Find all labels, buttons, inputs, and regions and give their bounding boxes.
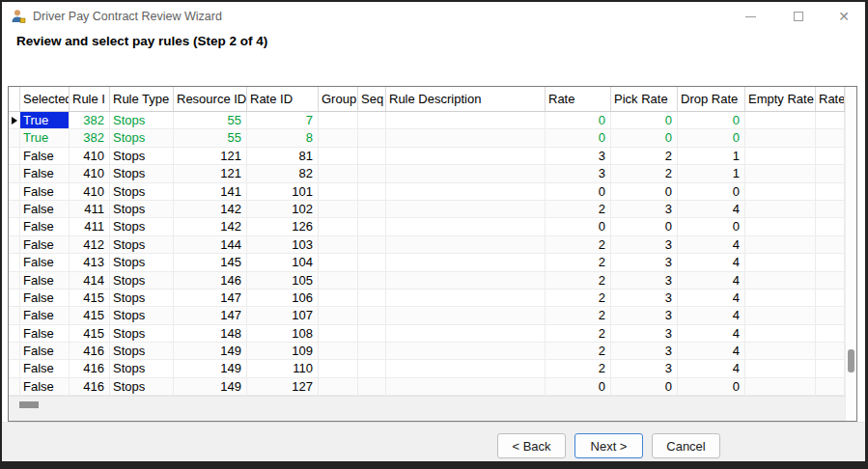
cell-rate_2[interactable]	[816, 201, 845, 217]
cell-group[interactable]	[319, 129, 358, 146]
cell-seq[interactable]	[358, 343, 386, 359]
cell-empty_rate[interactable]	[745, 183, 816, 200]
column-header-rule_type[interactable]: Rule Type	[110, 87, 174, 111]
cell-rate_id[interactable]: 126	[247, 218, 319, 234]
cell-selected[interactable]: False	[20, 272, 70, 289]
cell-seq[interactable]	[358, 307, 386, 323]
cell-rule_type[interactable]: Stops	[110, 325, 174, 342]
cell-selected[interactable]: False	[20, 360, 70, 376]
cell-drop_rate[interactable]: 4	[678, 360, 745, 376]
grid-row[interactable]: False415Stops147106234	[9, 290, 845, 307]
cell-rule_id[interactable]: 412	[70, 236, 110, 253]
cell-rate_id[interactable]: 81	[247, 148, 319, 164]
cell-group[interactable]	[319, 325, 358, 342]
cell-rule_type[interactable]: Stops	[110, 129, 174, 146]
column-header-rate[interactable]: Rate	[546, 87, 611, 111]
horizontal-scrollbar-thumb[interactable]	[19, 401, 39, 408]
cell-selected[interactable]: False	[20, 183, 70, 200]
cell-empty_rate[interactable]	[745, 272, 816, 289]
cell-seq[interactable]	[358, 290, 386, 306]
cell-rule_type[interactable]: Stops	[110, 112, 174, 128]
back-button[interactable]: < Back	[497, 433, 566, 458]
cell-empty_rate[interactable]	[745, 360, 816, 376]
cell-drop_rate[interactable]: 4	[678, 290, 745, 306]
cell-drop_rate[interactable]: 0	[678, 183, 745, 200]
cell-selected[interactable]: True	[20, 112, 70, 128]
cell-rule_description[interactable]	[386, 112, 546, 128]
grid-row[interactable]: False413Stops145104234	[9, 254, 845, 271]
cell-resource_id[interactable]: 149	[174, 378, 247, 395]
cell-resource_id[interactable]: 146	[174, 272, 247, 289]
cell-rate_id[interactable]: 101	[247, 183, 319, 200]
cell-rate[interactable]: 2	[546, 343, 611, 359]
cell-rule_id[interactable]: 414	[70, 272, 110, 289]
cell-rule_type[interactable]: Stops	[110, 343, 174, 359]
cell-selected[interactable]: False	[20, 236, 70, 253]
cell-rule_description[interactable]	[386, 272, 546, 289]
cell-rule_description[interactable]	[386, 236, 546, 253]
cell-selected[interactable]: False	[20, 201, 70, 217]
cell-rule_id[interactable]: 410	[70, 183, 110, 200]
cell-rate_2[interactable]	[816, 290, 845, 306]
cell-rule_type[interactable]: Stops	[110, 254, 174, 270]
cell-rate_id[interactable]: 8	[247, 129, 319, 146]
cell-rate_2[interactable]	[816, 112, 845, 128]
column-header-rate_id[interactable]: Rate ID	[247, 87, 319, 111]
cell-rate_2[interactable]	[816, 254, 845, 270]
cell-rule_type[interactable]: Stops	[110, 378, 174, 395]
cell-rate[interactable]: 0	[546, 378, 611, 395]
cell-pick_rate[interactable]: 0	[611, 129, 678, 146]
cell-group[interactable]	[319, 148, 358, 164]
cell-rule_id[interactable]: 415	[70, 290, 110, 306]
cell-resource_id[interactable]: 148	[174, 325, 247, 342]
cell-seq[interactable]	[358, 165, 386, 181]
cell-rate_2[interactable]	[816, 183, 845, 200]
cell-drop_rate[interactable]: 4	[678, 272, 745, 289]
cell-empty_rate[interactable]	[745, 254, 816, 270]
cell-empty_rate[interactable]	[745, 378, 816, 395]
grid-row[interactable]: False410Stops12182321	[9, 165, 845, 182]
column-header-resource_id[interactable]: Resource ID	[174, 87, 247, 111]
grid-row[interactable]: False416Stops149109234	[9, 343, 845, 360]
cell-pick_rate[interactable]: 3	[611, 325, 678, 342]
cell-seq[interactable]	[358, 201, 386, 217]
cell-group[interactable]	[319, 343, 358, 359]
cell-empty_rate[interactable]	[745, 218, 816, 234]
cell-pick_rate[interactable]: 3	[611, 290, 678, 306]
cell-group[interactable]	[319, 236, 358, 253]
cell-group[interactable]	[319, 307, 358, 323]
cell-rule_id[interactable]: 413	[70, 254, 110, 270]
grid-row[interactable]: False415Stops147107234	[9, 307, 845, 324]
cell-resource_id[interactable]: 142	[174, 218, 247, 234]
cell-rate_id[interactable]: 104	[247, 254, 319, 270]
cell-rule_description[interactable]	[386, 360, 546, 376]
cell-rule_description[interactable]	[386, 254, 546, 270]
cell-rule_id[interactable]: 410	[70, 165, 110, 181]
cell-group[interactable]	[319, 378, 358, 395]
cell-drop_rate[interactable]: 1	[678, 165, 745, 181]
cell-rule_id[interactable]: 416	[70, 360, 110, 376]
cell-seq[interactable]	[358, 112, 386, 128]
cell-drop_rate[interactable]: 0	[678, 129, 745, 146]
cell-rate_id[interactable]: 127	[247, 378, 319, 395]
cell-selected[interactable]: False	[20, 325, 70, 342]
grid-row[interactable]: False412Stops144103234	[9, 236, 845, 254]
cell-resource_id[interactable]: 55	[174, 112, 247, 128]
cell-pick_rate[interactable]: 0	[611, 183, 678, 200]
cell-rule_description[interactable]	[386, 165, 546, 181]
cell-pick_rate[interactable]: 3	[611, 343, 678, 359]
cell-pick_rate[interactable]: 3	[611, 272, 678, 289]
cell-rule_type[interactable]: Stops	[110, 218, 174, 234]
cell-selected[interactable]: False	[20, 165, 70, 181]
minimize-button[interactable]	[734, 2, 767, 31]
cell-rule_id[interactable]: 382	[70, 129, 110, 146]
cell-rate_id[interactable]: 82	[247, 165, 319, 181]
cell-rule_id[interactable]: 415	[70, 307, 110, 323]
cell-rule_id[interactable]: 416	[70, 378, 110, 395]
cell-empty_rate[interactable]	[745, 343, 816, 359]
cell-empty_rate[interactable]	[745, 112, 816, 128]
grid-row[interactable]: False411Stops142126000	[9, 218, 845, 235]
cell-group[interactable]	[319, 290, 358, 306]
cell-resource_id[interactable]: 147	[174, 307, 247, 323]
cell-drop_rate[interactable]: 0	[678, 378, 745, 395]
